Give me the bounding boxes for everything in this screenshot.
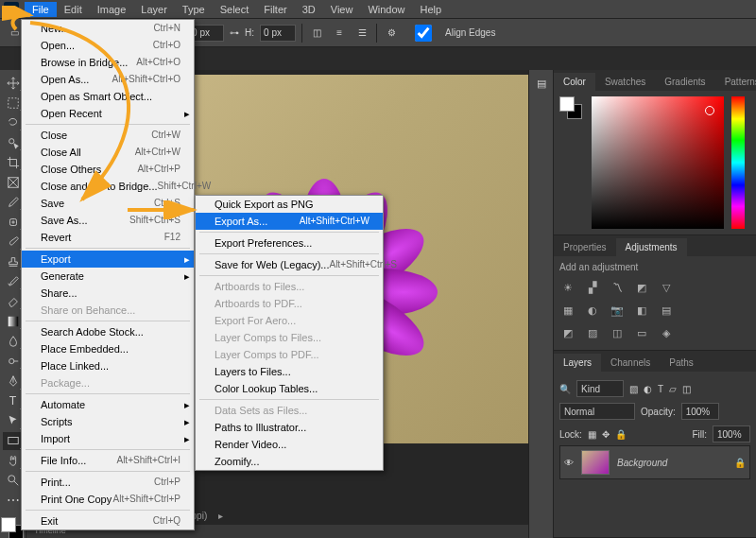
menu-item[interactable]: ExitCtrl+Q <box>22 512 194 529</box>
filter-type-icon[interactable]: T <box>658 384 663 394</box>
menu-item[interactable]: Export Preferences... <box>196 234 383 252</box>
menu-item[interactable]: Place Embedded... <box>22 340 194 357</box>
menu-view[interactable]: View <box>323 2 361 17</box>
hue-icon[interactable]: ▦ <box>559 303 576 318</box>
exposure-icon[interactable]: ◩ <box>633 280 650 295</box>
levels-icon[interactable]: ▞ <box>584 280 601 295</box>
menu-item[interactable]: Open...Ctrl+O <box>22 37 194 54</box>
panel-tab[interactable]: Adjustments <box>616 238 687 256</box>
vibrance-icon[interactable]: ▽ <box>658 280 675 295</box>
menu-help[interactable]: Help <box>413 2 450 17</box>
menu-item[interactable]: Print...Ctrl+P <box>22 474 194 491</box>
panel-tab[interactable]: Channels <box>601 354 660 372</box>
path-align-icon[interactable]: ≡ <box>331 25 348 42</box>
menu-item[interactable]: Open as Smart Object... <box>22 88 194 105</box>
menu-item[interactable]: Open As...Alt+Shift+Ctrl+O <box>22 71 194 88</box>
menu-item[interactable]: Close and Go to Bridge...Shift+Ctrl+W <box>22 178 194 195</box>
svg-point-8 <box>8 476 14 482</box>
menu-item[interactable]: Search Adobe Stock... <box>22 323 194 340</box>
menu-item[interactable]: Scripts▸ <box>22 413 194 430</box>
menu-item[interactable]: Import▸ <box>22 430 194 447</box>
menu-item[interactable]: Render Video... <box>196 436 383 453</box>
panel-icon[interactable]: ▤ <box>537 78 546 90</box>
panel-tab[interactable]: Color <box>554 73 595 91</box>
threshold-icon[interactable]: ◫ <box>609 325 626 340</box>
menu-edit[interactable]: Edit <box>57 2 90 17</box>
invert-icon[interactable]: ◩ <box>559 325 576 340</box>
menu-item[interactable]: Share... <box>22 285 194 302</box>
menu-item[interactable]: Save As...Shift+Ctrl+S <box>22 212 194 229</box>
lut-icon[interactable]: ▤ <box>658 303 675 318</box>
menu-item[interactable]: Quick Export as PNG <box>196 196 383 213</box>
panel-tab[interactable]: Patterns <box>715 73 756 91</box>
gradient-map-icon[interactable]: ▭ <box>633 325 650 340</box>
filter-pixel-icon[interactable]: ▧ <box>629 384 638 394</box>
hue-slider[interactable] <box>731 96 745 229</box>
menu-item[interactable]: Open Recent▸ <box>22 105 194 122</box>
menu-item[interactable]: CloseCtrl+W <box>22 127 194 144</box>
menu-item[interactable]: Generate▸ <box>22 268 194 285</box>
menu-item[interactable]: Close AllAlt+Ctrl+W <box>22 144 194 161</box>
layer-filter-input[interactable] <box>576 380 624 397</box>
menu-item[interactable]: Zoomify... <box>196 453 383 470</box>
menu-item[interactable]: RevertF12 <box>22 229 194 246</box>
panel-tab[interactable]: Swatches <box>595 73 655 91</box>
photo-filter-icon[interactable]: 📷 <box>609 303 626 318</box>
menu-item[interactable]: SaveCtrl+S <box>22 195 194 212</box>
menu-item[interactable]: Paths to Illustrator... <box>196 419 383 436</box>
channel-mixer-icon[interactable]: ◧ <box>633 303 650 318</box>
visibility-icon[interactable]: 👁 <box>564 458 574 468</box>
app-icon: Ps <box>4 2 19 17</box>
path-arrange-icon[interactable]: ☰ <box>353 25 370 42</box>
panel-tab[interactable]: Properties <box>554 238 616 256</box>
panel-tab[interactable]: Paths <box>660 354 703 372</box>
menu-item[interactable]: Place Linked... <box>22 357 194 374</box>
menu-window[interactable]: Window <box>360 2 412 17</box>
menu-layer[interactable]: Layer <box>133 2 175 17</box>
align-edges-checkbox[interactable]: Align Edges <box>405 25 495 42</box>
menu-filter[interactable]: Filter <box>256 2 294 17</box>
layer-row[interactable]: 👁 Background 🔒 <box>559 445 750 479</box>
filter-adj-icon[interactable]: ◐ <box>644 384 652 394</box>
lock-position-icon[interactable]: ✥ <box>602 429 610 440</box>
menu-item[interactable]: Save for Web (Legacy)...Alt+Shift+Ctrl+S <box>196 256 383 273</box>
menu-item[interactable]: Print One CopyAlt+Shift+Ctrl+P <box>22 491 194 508</box>
menu-image[interactable]: Image <box>90 2 134 17</box>
lock-pixels-icon[interactable]: ▦ <box>588 429 596 440</box>
menu-item[interactable]: Export As...Alt+Shift+Ctrl+W <box>196 213 383 230</box>
bw-icon[interactable]: ◐ <box>584 303 601 318</box>
blend-mode-select[interactable] <box>559 403 635 420</box>
menu-3d[interactable]: 3D <box>295 2 323 17</box>
link-wh-icon[interactable]: ⊶ <box>230 27 239 38</box>
color-picker-field[interactable] <box>592 96 724 229</box>
layer-thumbnail[interactable] <box>581 450 610 475</box>
menu-item[interactable]: New...Ctrl+N <box>22 20 194 37</box>
menu-item[interactable]: Export▸ <box>22 251 194 268</box>
menu-type[interactable]: Type <box>175 2 213 17</box>
selective-icon[interactable]: ◈ <box>658 325 675 340</box>
filter-shape-icon[interactable]: ▱ <box>669 384 677 394</box>
menu-select[interactable]: Select <box>213 2 257 17</box>
path-combine-icon[interactable]: ◫ <box>308 25 325 42</box>
filter-smart-icon[interactable]: ◫ <box>682 384 691 394</box>
settings-icon[interactable]: ⚙ <box>383 25 400 42</box>
menu-item[interactable]: Layers to Files... <box>196 363 383 380</box>
menu-item[interactable]: Close OthersAlt+Ctrl+P <box>22 161 194 178</box>
brightness-icon[interactable]: ☀ <box>559 280 576 295</box>
menu-item[interactable]: File Info...Alt+Shift+Ctrl+I <box>22 452 194 469</box>
menu-item[interactable]: Automate▸ <box>22 396 194 413</box>
layer-name[interactable]: Background <box>617 458 667 468</box>
menu-file[interactable]: File <box>25 2 57 17</box>
curves-icon[interactable]: 〽 <box>609 280 626 295</box>
menu-item[interactable]: Color Lookup Tables... <box>196 380 383 397</box>
panel-tab[interactable]: Layers <box>554 354 601 372</box>
fill-input[interactable] <box>713 425 750 443</box>
menu-item[interactable]: Browse in Bridge...Alt+Ctrl+O <box>22 54 194 71</box>
lock-all-icon[interactable]: 🔒 <box>615 429 627 440</box>
adjustments-panel: PropertiesAdjustments Add an adjustment … <box>554 235 756 351</box>
panel-tab[interactable]: Gradients <box>655 73 714 91</box>
status-arrow-icon[interactable]: ▸ <box>218 511 223 521</box>
height-input[interactable] <box>260 25 296 42</box>
opacity-input[interactable] <box>681 403 719 420</box>
posterize-icon[interactable]: ▨ <box>584 325 601 340</box>
